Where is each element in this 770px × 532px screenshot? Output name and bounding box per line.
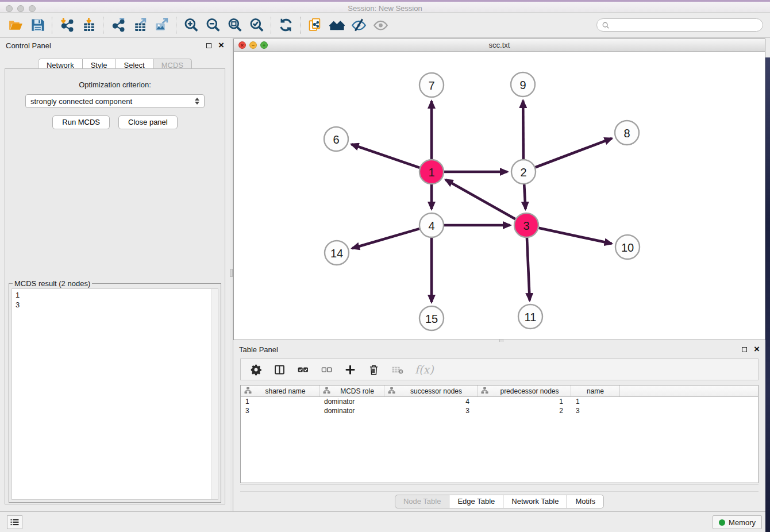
tab-network-table[interactable]: Network Table: [503, 495, 567, 508]
first-neighbors-icon[interactable]: [326, 16, 348, 35]
memory-label: Memory: [729, 518, 756, 527]
table-scrollbar-track[interactable]: [240, 484, 759, 492]
graph-node-14[interactable]: 14: [325, 241, 349, 265]
show-columns-icon[interactable]: [274, 364, 286, 376]
svg-text:10: 10: [621, 241, 634, 254]
graph-node-6[interactable]: 6: [324, 127, 348, 151]
edge-3-1[interactable]: [445, 180, 515, 219]
table-cell[interactable]: 3: [384, 406, 478, 415]
float-table-panel-icon[interactable]: [742, 347, 747, 352]
column-label: name: [573, 387, 617, 395]
mcds-result-legend: MCDS result (2 nodes): [13, 279, 92, 288]
table-cell[interactable]: 1: [241, 397, 319, 406]
unselect-all-columns-icon[interactable]: [321, 364, 333, 376]
graph-node-7[interactable]: 7: [419, 73, 444, 97]
import-table-icon[interactable]: [78, 16, 99, 35]
column-header-name[interactable]: name: [571, 385, 620, 396]
table-cell[interactable]: 2: [478, 406, 571, 415]
main-content: Control Panel × NetworkStyleSelectMCDS O…: [0, 38, 770, 511]
save-session-icon[interactable]: [26, 16, 48, 35]
graph-node-11[interactable]: 11: [518, 304, 542, 329]
zoom-selected-icon[interactable]: [245, 16, 267, 35]
table-cell[interactable]: 4: [384, 397, 478, 406]
edge-3-10[interactable]: [539, 228, 612, 244]
mcds-panel: Optimization criterion: strongly connect…: [5, 68, 225, 504]
edge-1-6[interactable]: [351, 144, 419, 168]
result-scrollbar[interactable]: [211, 289, 218, 499]
column-label: MCDS role: [333, 387, 382, 395]
criterion-dropdown[interactable]: strongly connected component: [25, 94, 205, 108]
search-icon: [602, 21, 610, 29]
table-row[interactable]: 3dominator323: [241, 406, 758, 415]
table-cell[interactable]: 3: [571, 406, 620, 415]
tab-node-table[interactable]: Node Table: [395, 495, 450, 508]
export-network-icon[interactable]: [107, 16, 129, 35]
edge-2-9[interactable]: [523, 101, 523, 159]
table-cell[interactable]: 1: [478, 397, 571, 406]
close-panel-button[interactable]: Close panel: [118, 115, 178, 129]
function-builder-icon: f(x): [415, 363, 434, 376]
column-header-MCDS-role[interactable]: MCDS role: [319, 385, 384, 396]
run-mcds-button[interactable]: Run MCDS: [52, 115, 110, 129]
tab-motifs[interactable]: Motifs: [567, 495, 604, 508]
export-image-icon[interactable]: [151, 16, 172, 35]
graph-node-3[interactable]: 3: [514, 213, 538, 237]
graph-node-1[interactable]: 1: [419, 160, 444, 184]
open-session-icon[interactable]: [5, 16, 26, 35]
table-row[interactable]: 1dominator411: [241, 397, 758, 406]
svg-text:2: 2: [520, 166, 526, 179]
divider-grip[interactable]: [230, 269, 233, 277]
column-header-shared-name[interactable]: shared name: [241, 385, 319, 396]
import-network-icon[interactable]: [56, 16, 78, 35]
graph-node-9[interactable]: 9: [511, 72, 535, 97]
show-all-icon[interactable]: [369, 16, 391, 35]
edge-3-11[interactable]: [527, 238, 530, 300]
graph-node-15[interactable]: 15: [419, 306, 444, 330]
table-cell[interactable]: 3: [241, 406, 319, 415]
search-box[interactable]: [596, 18, 763, 32]
graph-node-4[interactable]: 4: [419, 213, 444, 237]
graph-node-10[interactable]: 10: [615, 235, 640, 259]
network-canvas[interactable]: 7968124314101511: [234, 52, 765, 340]
delete-columns-icon[interactable]: [368, 364, 380, 376]
zoom-out-icon[interactable]: [202, 16, 224, 35]
close-table-panel-icon[interactable]: ×: [754, 345, 760, 353]
column-header-predecessor-nodes[interactable]: predecessor nodes: [478, 385, 571, 396]
graph-node-2[interactable]: 2: [511, 160, 536, 184]
task-history-button[interactable]: [7, 515, 22, 529]
zoom-in-icon[interactable]: [180, 16, 202, 35]
graph-node-8[interactable]: 8: [615, 121, 639, 145]
svg-text:4: 4: [428, 219, 434, 232]
table-cell[interactable]: dominator: [319, 397, 384, 406]
mcds-result-item[interactable]: 3: [16, 300, 218, 310]
table-panel-title: Table Panel: [239, 345, 278, 354]
hide-selected-icon[interactable]: [348, 16, 369, 35]
memory-button[interactable]: Memory: [713, 515, 762, 529]
svg-text:7: 7: [428, 79, 434, 92]
mcds-result-item[interactable]: 1: [16, 290, 218, 300]
memory-status-icon: [719, 519, 725, 526]
table-options-icon[interactable]: [250, 364, 262, 376]
mcds-result-list[interactable]: 13: [11, 288, 218, 500]
table-cell[interactable]: dominator: [319, 406, 384, 415]
edge-4-14[interactable]: [352, 229, 419, 248]
criterion-value: strongly connected component: [30, 97, 195, 106]
close-panel-icon[interactable]: ×: [218, 41, 224, 49]
apply-layout-icon[interactable]: [275, 16, 297, 35]
tab-edge-table[interactable]: Edge Table: [449, 495, 503, 508]
new-network-from-selection-icon[interactable]: [304, 16, 326, 35]
select-all-columns-icon[interactable]: [297, 364, 309, 376]
column-header-successor-nodes[interactable]: successor nodes: [384, 385, 478, 396]
float-panel-icon[interactable]: [206, 43, 211, 48]
edge-2-3[interactable]: [524, 184, 525, 209]
control-panel: Control Panel × NetworkStyleSelectMCDS O…: [0, 38, 230, 511]
edge-2-8[interactable]: [536, 138, 612, 167]
svg-text:1: 1: [428, 166, 434, 179]
network-window-titlebar[interactable]: × − + scc.txt: [234, 39, 765, 52]
table-toolbar: f(x): [240, 358, 759, 380]
export-table-icon[interactable]: [129, 16, 151, 35]
table-cell[interactable]: 1: [571, 397, 620, 406]
search-input[interactable]: [610, 21, 758, 29]
zoom-fit-icon[interactable]: [224, 16, 245, 35]
create-column-icon[interactable]: [344, 364, 356, 376]
